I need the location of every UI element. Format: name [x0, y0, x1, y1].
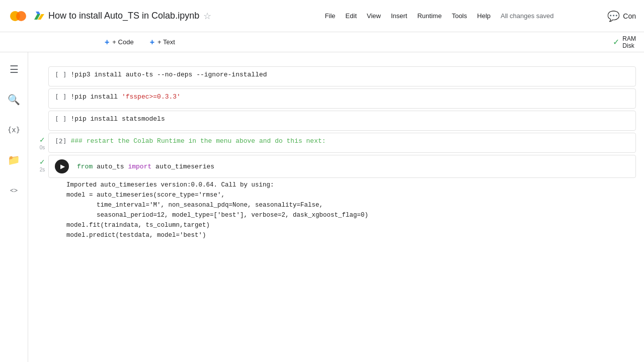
cell-4-exec-label: [2]	[55, 137, 66, 145]
menu-edit[interactable]: Edit	[342, 10, 361, 22]
sidebar-files-icon[interactable]: 📁	[5, 151, 23, 169]
cell-3-execution: [ ] !pip install statsmodels	[55, 115, 629, 123]
colab-logo	[8, 6, 28, 26]
cell-4-time: 0s	[40, 145, 45, 150]
cell-2-execution: [ ] !pip install 'fsspec>=0.3.3'	[55, 93, 629, 101]
run-triangle-icon: ▶	[60, 163, 65, 170]
connect-button-area[interactable]: 💬 Con	[607, 10, 636, 22]
cell-4-status: ✓ 0s	[36, 133, 48, 150]
cell-2-code-pkg: 'fsspec>=0.3.3'	[122, 93, 181, 101]
main-content: ☰ 🔍 {x} 📁 <> [ ] !pip3 install auto-ts -…	[0, 52, 644, 362]
cell-2-status	[36, 88, 48, 92]
ram-label: RAM	[622, 35, 636, 42]
ram-disk-check-icon: ✓	[613, 37, 619, 47]
cell-1-code: !pip3 install auto-ts --no-deps --ignore…	[70, 71, 267, 78]
star-icon[interactable]: ☆	[203, 11, 211, 22]
cell-5-body[interactable]: ▶ from auto_ts import auto_timeseries	[48, 155, 636, 178]
disk-label: Disk	[622, 42, 636, 49]
cell-1: [ ] !pip3 install auto-ts --no-deps --ig…	[36, 66, 636, 86]
cell-3-code: !pip install statsmodels	[70, 115, 165, 123]
module-name: auto_ts	[97, 163, 128, 170]
cell-2-exec-label: [ ]	[55, 93, 66, 101]
sidebar: ☰ 🔍 {x} 📁 <>	[0, 52, 28, 362]
cell-5-status: ✓ 2s	[36, 155, 48, 172]
add-code-plus-icon: +	[105, 38, 109, 47]
connect-label: Con	[623, 12, 636, 20]
cell-4-execution: [2] ### restart the Colab Runtime in the…	[55, 137, 629, 145]
cell-5-code: from auto_ts import auto_timeseries	[77, 163, 214, 170]
save-status: All changes saved	[501, 12, 554, 20]
cell-3: [ ] !pip install statsmodels	[36, 111, 636, 131]
cell-1-exec-label: [ ]	[55, 71, 66, 78]
ram-disk-indicator: ✓ RAM Disk	[613, 35, 636, 49]
add-code-button[interactable]: + + Code	[101, 36, 138, 49]
svg-marker-4	[36, 12, 40, 14]
add-text-label: + Text	[157, 38, 175, 46]
cell-3-status	[36, 111, 48, 114]
sidebar-search-icon[interactable]: 🔍	[5, 90, 23, 109]
cell-5-time: 2s	[40, 167, 45, 172]
cell-4-check-icon: ✓	[39, 136, 45, 144]
menu-bar: File Edit View Insert Runtime Tools Help…	[321, 10, 602, 22]
cell-2: [ ] !pip install 'fsspec>=0.3.3'	[36, 88, 636, 109]
drive-icon	[34, 11, 44, 21]
menu-runtime[interactable]: Runtime	[413, 10, 445, 22]
cell-5: ✓ 2s ▶ from auto_ts import auto_timeseri…	[36, 155, 636, 240]
cell-4: ✓ 0s [2] ### restart the Colab Runtime i…	[36, 133, 636, 153]
menu-insert[interactable]: Insert	[387, 10, 412, 22]
menu-file[interactable]: File	[321, 10, 340, 22]
cell-2-body[interactable]: [ ] !pip install 'fsspec>=0.3.3'	[48, 88, 636, 109]
secondary-toolbar: + + Code + + Text ✓ RAM Disk	[0, 32, 644, 52]
add-text-plus-icon: +	[150, 38, 154, 47]
menu-tools[interactable]: Tools	[448, 10, 471, 22]
sidebar-code-snippets-icon[interactable]: <>	[5, 181, 23, 199]
cell-5-execution: ▶ from auto_ts import auto_timeseries	[55, 159, 629, 173]
sidebar-toc-icon[interactable]: ☰	[5, 60, 23, 78]
cell-3-body[interactable]: [ ] !pip install statsmodels	[48, 111, 636, 131]
top-bar: How to install Auto_TS in Colab.ipynb ☆ …	[0, 0, 644, 32]
comment-icon: 💬	[607, 10, 620, 22]
cell-2-code-pip: !pip install	[70, 93, 121, 101]
doc-title-area: How to install Auto_TS in Colab.ipynb ☆	[34, 11, 315, 22]
run-button[interactable]: ▶	[55, 159, 69, 173]
menu-help[interactable]: Help	[473, 10, 495, 22]
add-text-button[interactable]: + + Text	[146, 36, 179, 49]
cell-5-output: Imported auto_timeseries version:0.0.64.…	[48, 178, 636, 240]
sidebar-variables-icon[interactable]: {x}	[5, 121, 23, 139]
notebook-area: [ ] !pip3 install auto-ts --no-deps --ig…	[28, 52, 644, 362]
cell-2-code: !pip install 'fsspec>=0.3.3'	[70, 93, 180, 101]
add-code-label: + Code	[112, 38, 133, 46]
cell-1-body[interactable]: [ ] !pip3 install auto-ts --no-deps --ig…	[48, 66, 636, 86]
from-keyword: from	[77, 163, 93, 170]
cell-5-check-icon: ✓	[39, 158, 45, 166]
cell-4-code: ### restart the Colab Runtime in the men…	[70, 137, 326, 145]
cell-3-exec-label: [ ]	[55, 115, 66, 123]
menu-view[interactable]: View	[363, 10, 385, 22]
cell-4-body[interactable]: [2] ### restart the Colab Runtime in the…	[48, 133, 636, 153]
svg-point-1	[16, 11, 26, 21]
cell-5-container: ▶ from auto_ts import auto_timeseries Im…	[48, 155, 636, 240]
document-title[interactable]: How to install Auto_TS in Colab.ipynb	[48, 11, 199, 21]
import-keyword: import	[128, 163, 151, 170]
cell-1-status	[36, 66, 48, 69]
import-target: auto_timeseries	[155, 163, 214, 170]
cell-1-execution: [ ] !pip3 install auto-ts --no-deps --ig…	[55, 71, 629, 78]
